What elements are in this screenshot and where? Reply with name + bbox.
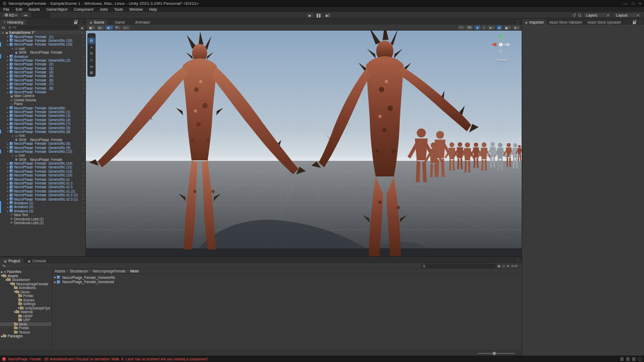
hierarchy-row[interactable]: ▸Armature› <box>0 54 85 58</box>
hierarchy-row[interactable]: ▸NecroPhage_Female_GenericRic (6)› <box>0 142 85 145</box>
expand-arrow-icon[interactable]: ▸ <box>6 39 10 42</box>
project-tree-row[interactable]: Mesh <box>0 322 52 327</box>
project-tree-row[interactable]: Prefab <box>0 294 52 298</box>
hierarchy-row[interactable]: ☀Directional Light (1) <box>0 217 85 220</box>
scene-lighting-icon[interactable]: ☀ <box>474 25 480 30</box>
child-nav-icon[interactable]: › <box>83 166 84 169</box>
expand-arrow-icon[interactable]: ▾ <box>6 130 10 133</box>
hierarchy-row[interactable]: ▸NecroPhage_Female_ (4)› <box>0 70 85 74</box>
expand-arrow-icon[interactable]: ▸ <box>6 55 10 58</box>
create-asset-button[interactable]: +▾ <box>2 264 5 268</box>
expand-arrow-icon[interactable]: ▸ <box>6 63 10 66</box>
hierarchy-row[interactable]: ▸Armature (2)› <box>0 205 85 209</box>
scale-tool[interactable]: ◇ <box>88 57 95 63</box>
scene-view-menu-icon[interactable]: ⋮ <box>516 20 519 24</box>
2d-toggle[interactable]: 2D <box>466 25 473 30</box>
hierarchy-row[interactable]: ▸NecroPhage_Female_GenericRic (16)› <box>0 39 85 42</box>
expand-arrow-icon[interactable]: ▾ <box>1 31 5 34</box>
rect-tool[interactable]: ▭ <box>88 63 95 70</box>
hierarchy-row[interactable]: ▸NecroPhage_Female_ (6)› <box>0 78 85 82</box>
menu-item-edit[interactable]: Edit <box>12 7 25 12</box>
tab-inspector[interactable]: ◉Inspector <box>522 19 546 25</box>
hierarchy-row[interactable]: ▸NecroPhage_Female_GenericRic (7)› <box>0 122 85 125</box>
hierarchy-row[interactable]: ▣Main Camera <box>0 94 85 98</box>
minimize-button[interactable]: — <box>623 1 627 6</box>
hierarchy-row[interactable]: ▸NecroPhage_Female_GenericRic (9)› <box>0 145 85 149</box>
cache-icon[interactable] <box>626 357 630 361</box>
scene-effects-icon[interactable]: ★▾ <box>487 25 495 30</box>
hierarchy-row[interactable]: ◉SKM__NecroPhage_Female <box>0 50 85 54</box>
project-tree-row[interactable]: URP <box>0 318 52 322</box>
hierarchy-row[interactable]: ▭Plane <box>0 102 85 106</box>
breadcrumb-item[interactable]: Stocklancer <box>70 269 88 273</box>
project-tree-row[interactable]: Texture <box>0 330 52 335</box>
hierarchy-row[interactable]: ▸NecroPhage_Female_GenericRic (10)› <box>0 173 85 177</box>
hierarchy-row[interactable]: ▸◎root <box>0 153 85 157</box>
hierarchy-row[interactable]: ▸NecroPhage_Female_GenericRic s1 (1)› <box>0 189 85 193</box>
project-tree-row[interactable]: Prefab <box>0 326 52 330</box>
project-menu-icon[interactable]: ⋮ <box>516 258 519 263</box>
scene-menu-icon[interactable]: ⋮ <box>80 31 84 34</box>
toolbar-search-box[interactable] <box>32 12 50 18</box>
rotate-tool[interactable]: ↻ <box>88 50 95 57</box>
child-nav-icon[interactable]: › <box>83 150 84 153</box>
expand-arrow-icon[interactable]: ▸ <box>6 166 10 169</box>
child-nav-icon[interactable]: › <box>83 83 84 86</box>
child-nav-icon[interactable]: › <box>83 194 84 197</box>
tab-hierarchy[interactable]: ≡ Hierarchy <box>0 19 27 25</box>
measure-icon[interactable]: ▭▾ <box>122 25 130 30</box>
child-nav-icon[interactable]: › <box>83 78 84 82</box>
expand-arrow-icon[interactable]: ▸ <box>6 67 10 70</box>
child-nav-icon[interactable]: › <box>83 55 84 58</box>
child-nav-icon[interactable]: › <box>83 67 84 70</box>
thumbnail-zoom-slider[interactable] <box>478 353 515 354</box>
menu-item-file[interactable]: File <box>0 7 12 12</box>
menu-item-assets[interactable]: Assets <box>25 7 43 12</box>
search-by-label-icon[interactable]: ◎ <box>502 264 505 268</box>
expand-arrow-icon[interactable]: ▸ <box>6 35 10 38</box>
expand-arrow-icon[interactable]: ▸ <box>6 201 10 204</box>
project-search-input[interactable] <box>421 264 496 268</box>
lock-icon[interactable] <box>633 21 636 24</box>
child-nav-icon[interactable]: › <box>83 110 84 114</box>
hierarchy-row[interactable]: ▸NecroPhage_Female_ (3)› <box>0 67 85 70</box>
hierarchy-row[interactable]: ▸NecroPhage_Female_› <box>0 90 85 94</box>
menu-item-tools[interactable]: Tools <box>111 7 126 12</box>
child-nav-icon[interactable]: › <box>83 122 84 125</box>
menu-item-help[interactable]: Help <box>146 7 160 12</box>
breadcrumb-item[interactable]: Assets <box>55 269 65 273</box>
child-nav-icon[interactable]: › <box>83 174 84 177</box>
child-nav-icon[interactable]: › <box>83 71 84 74</box>
persp-label[interactable]: ◁ Persp <box>488 58 513 62</box>
expand-arrow-icon[interactable]: ▸ <box>11 134 14 137</box>
child-nav-icon[interactable]: › <box>83 186 84 189</box>
project-tree-row[interactable]: Scenes <box>0 298 52 302</box>
expand-arrow-icon[interactable]: ▸ <box>6 174 10 177</box>
snap-increment-icon[interactable]: #▾ <box>114 25 121 30</box>
expand-arrow-icon[interactable]: ▸ <box>6 142 10 145</box>
child-nav-icon[interactable]: › <box>83 209 84 212</box>
hierarchy-row[interactable]: ▾NecroPhage_Female_GenericRic (15)› <box>0 42 85 46</box>
save-search-icon[interactable]: ★ <box>507 264 509 268</box>
hierarchy-row[interactable]: ▸NecroPhage_Female_ (8)› <box>0 86 85 90</box>
hierarchy-row[interactable]: ▾◆SampleScene 1*⋮ <box>0 31 85 34</box>
hierarchy-row[interactable]: ▸NecroPhage_Female_ (2)› <box>0 62 85 66</box>
expand-arrow-icon[interactable]: ▸ <box>54 275 56 279</box>
hierarchy-row[interactable]: ▸NecroPhage_Female_GenericRic› <box>0 106 85 109</box>
lock-icon[interactable] <box>74 21 77 24</box>
search-by-type-icon[interactable]: ▣ <box>80 26 84 29</box>
child-nav-icon[interactable]: › <box>83 169 84 173</box>
expand-arrow-icon[interactable]: ▸ <box>6 126 10 129</box>
expand-arrow-icon[interactable]: ▸ <box>6 186 10 189</box>
hierarchy-row[interactable]: ▸NecroPhage_Female_GenericRic s1› <box>0 177 85 181</box>
expand-arrow-icon[interactable]: ▸ <box>6 194 10 197</box>
view-tool[interactable]: ⊙ <box>88 38 95 44</box>
expand-arrow-icon[interactable]: ▸ <box>54 280 56 284</box>
drag-handle-icon[interactable]: ∷ <box>88 34 95 38</box>
child-nav-icon[interactable]: › <box>83 126 84 129</box>
child-nav-icon[interactable]: › <box>83 205 84 209</box>
child-nav-icon[interactable]: › <box>83 43 84 46</box>
tab-asset-store-uploader[interactable]: Asset Store Uploader <box>585 19 624 25</box>
expand-arrow-icon[interactable]: ▸ <box>6 162 10 165</box>
tool-context-icon[interactable]: ▣▾ <box>87 25 96 30</box>
